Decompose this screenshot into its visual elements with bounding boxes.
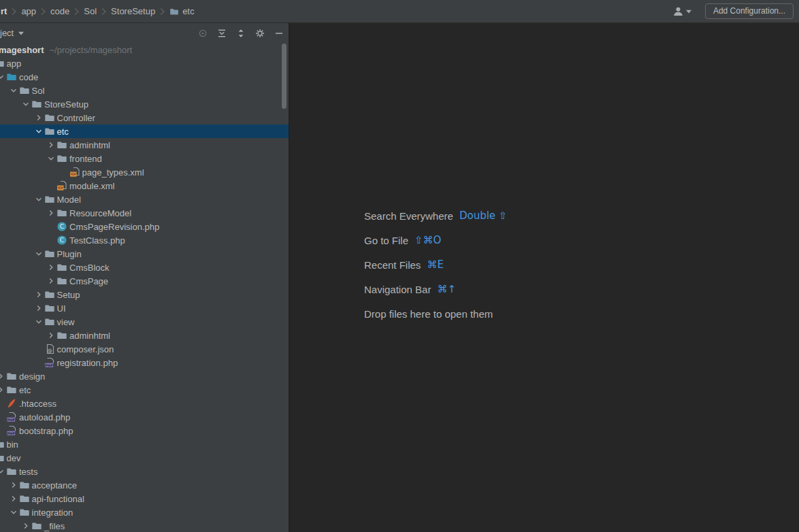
- tree-row[interactable]: acceptance: [0, 478, 289, 492]
- tree-row[interactable]: ResourceModel: [0, 206, 289, 220]
- tree-item-label: bootstrap.php: [19, 426, 74, 436]
- tree-row[interactable]: api-functional: [0, 492, 289, 505]
- tree-row[interactable]: CmsPage: [0, 274, 289, 288]
- tree-item-label: Sol: [32, 86, 45, 96]
- locate-icon[interactable]: [198, 29, 208, 38]
- tree-row[interactable]: CTestClass.php: [0, 233, 289, 247]
- folder-icon: [44, 112, 55, 123]
- settings-gear-icon[interactable]: [255, 29, 265, 38]
- chevron-collapsed-icon[interactable]: [8, 480, 19, 491]
- chevron-collapsed-icon[interactable]: [20, 520, 31, 531]
- breadcrumb-item[interactable]: etc: [169, 6, 195, 16]
- chevron-collapsed-icon[interactable]: [46, 276, 56, 286]
- folder-icon: [19, 493, 30, 504]
- project-root-path: ~/projects/mageshort: [49, 45, 132, 55]
- tree-row[interactable]: _files: [0, 519, 289, 532]
- tree-row[interactable]: design: [0, 369, 289, 383]
- breadcrumb-label: StoreSetup: [111, 6, 155, 16]
- project-dropdown-label[interactable]: ject: [0, 28, 14, 38]
- add-configuration-button[interactable]: Add Configuration...: [705, 3, 794, 19]
- tree-row[interactable]: view: [0, 315, 289, 329]
- tree-row[interactable]: Model: [0, 193, 289, 206]
- chevron-expanded-icon[interactable]: [20, 99, 31, 110]
- panel-toolbar: [198, 29, 284, 38]
- tree-item-label: StoreSetup: [44, 99, 88, 110]
- chevron-collapsed-icon[interactable]: [8, 493, 19, 504]
- chevron-collapsed-icon[interactable]: [33, 112, 44, 123]
- tree-row[interactable]: PHPregistration.php: [0, 356, 289, 369]
- chevron-collapsed-icon[interactable]: [46, 262, 56, 273]
- chevron-expanded-icon[interactable]: [0, 466, 6, 477]
- tree-row[interactable]: PHPautoload.php: [0, 410, 289, 424]
- user-menu-dropdown[interactable]: [672, 6, 691, 17]
- shortcut-line: Drop files here to open them: [364, 301, 507, 326]
- tree-row[interactable]: dev: [0, 451, 289, 465]
- tree-row[interactable]: Setup: [0, 288, 289, 301]
- folder-icon: [44, 126, 55, 137]
- chevron-spacer: [0, 398, 6, 409]
- tree-item-label: Plugin: [57, 249, 82, 259]
- shortcut-keys: ⌘E: [427, 259, 443, 271]
- xml-file-icon: <>: [69, 167, 80, 178]
- chevron-expanded-icon[interactable]: [33, 126, 44, 137]
- tree-row[interactable]: .htaccess: [0, 397, 289, 410]
- tree-row[interactable]: app: [0, 56, 289, 70]
- tree-row[interactable]: bin: [0, 437, 289, 451]
- chevron-expanded-icon[interactable]: [33, 316, 44, 327]
- tree-row[interactable]: PHPbootstrap.php: [0, 424, 289, 437]
- chevron-collapsed-icon[interactable]: [46, 330, 56, 341]
- chevron-down-icon[interactable]: [18, 31, 24, 35]
- tree-row[interactable]: <>module.xml: [0, 179, 289, 193]
- tree-item-label: _files: [44, 521, 65, 531]
- tree-row[interactable]: frontend: [0, 152, 289, 165]
- collapse-all-icon[interactable]: [236, 29, 246, 38]
- breadcrumb-item[interactable]: StoreSetup: [110, 6, 156, 16]
- chevron-collapsed-icon[interactable]: [0, 371, 6, 382]
- tree-row[interactable]: adminhtml: [0, 138, 289, 152]
- tree-row[interactable]: Sol: [0, 84, 289, 97]
- chevron-collapsed-icon[interactable]: [33, 289, 44, 300]
- svg-text:PHP: PHP: [45, 363, 53, 367]
- tree-item-label: UI: [57, 303, 66, 314]
- tree-row[interactable]: CCmsPageRevision.php: [0, 220, 289, 233]
- tree-item-label: code: [19, 72, 38, 82]
- tree-row[interactable]: mageshort~/projects/mageshort: [0, 43, 289, 56]
- tree-row[interactable]: Controller: [0, 111, 289, 124]
- shortcut-label: Drop files here to open them: [364, 308, 493, 320]
- chevron-collapsed-icon[interactable]: [0, 384, 6, 395]
- tree-row[interactable]: etc: [0, 124, 289, 138]
- tree-row[interactable]: integration: [0, 505, 289, 519]
- tree-row[interactable]: CmsBlock: [0, 261, 289, 274]
- tree-row[interactable]: UI: [0, 301, 289, 315]
- project-tree: mageshort~/projects/mageshortappcodeSolS…: [0, 43, 289, 532]
- chevron-collapsed-icon[interactable]: [46, 139, 56, 150]
- expand-all-icon[interactable]: [217, 29, 227, 38]
- tree-row[interactable]: @composer.json: [0, 342, 289, 356]
- hide-panel-icon[interactable]: [274, 29, 284, 38]
- breadcrumb-item[interactable]: Sol: [83, 6, 97, 16]
- tree-row[interactable]: etc: [0, 383, 289, 397]
- chevron-expanded-icon[interactable]: [33, 194, 44, 205]
- chevron-expanded-icon[interactable]: [46, 153, 56, 164]
- tree-row[interactable]: tests: [0, 465, 289, 478]
- tree-item-label: dev: [7, 453, 21, 463]
- chevron-collapsed-icon[interactable]: [33, 303, 44, 314]
- breadcrumb-label: app: [21, 6, 36, 16]
- tree-row[interactable]: adminhtml: [0, 329, 289, 342]
- tree-item-label: autoload.php: [19, 412, 70, 422]
- breadcrumb-label: code: [50, 6, 69, 16]
- chevron-collapsed-icon[interactable]: [46, 207, 56, 218]
- chevron-spacer: [33, 344, 44, 354]
- chevron-expanded-icon[interactable]: [8, 85, 19, 96]
- breadcrumb-item[interactable]: code: [50, 6, 70, 16]
- scrollbar-thumb[interactable]: [282, 44, 287, 109]
- tree-row[interactable]: Plugin: [0, 247, 289, 261]
- tree-row[interactable]: <>page_types.xml: [0, 165, 289, 179]
- tree-row[interactable]: StoreSetup: [0, 97, 289, 111]
- breadcrumb-item[interactable]: app: [20, 6, 37, 16]
- chevron-expanded-icon[interactable]: [0, 71, 6, 82]
- breadcrumb-item[interactable]: rt: [0, 6, 7, 16]
- chevron-expanded-icon[interactable]: [33, 248, 44, 259]
- tree-row[interactable]: code: [0, 70, 289, 84]
- chevron-expanded-icon[interactable]: [8, 507, 19, 518]
